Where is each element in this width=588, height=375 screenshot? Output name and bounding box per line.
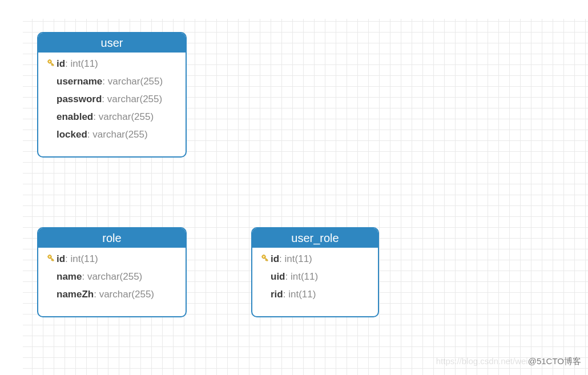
column-row[interactable]: username: varchar(255) (38, 72, 186, 90)
entity-user[interactable]: user id: int(11) username: varchar(255) … (37, 32, 187, 158)
column-text: name: varchar(255) (57, 271, 142, 283)
column-row[interactable]: id: int(11) (38, 55, 186, 72)
entity-user-role-columns: id: int(11) uid: int(11) rid: int(11) (252, 248, 378, 307)
column-text: enabled: varchar(255) (57, 111, 154, 123)
column-row[interactable]: password: varchar(255) (38, 90, 186, 108)
column-text: id: int(11) (271, 253, 312, 265)
column-row[interactable]: id: int(11) (38, 250, 186, 268)
column-row[interactable]: id: int(11) (252, 250, 378, 268)
entity-user-role[interactable]: user_role id: int(11) uid: int(11) rid: … (251, 227, 379, 317)
diagram-canvas[interactable]: user id: int(11) username: varchar(255) … (0, 0, 588, 375)
entity-user-columns: id: int(11) username: varchar(255) passw… (38, 53, 186, 147)
column-row[interactable]: name: varchar(255) (38, 268, 186, 285)
entity-role-title: role (38, 228, 186, 248)
column-text: locked: varchar(255) (57, 129, 148, 140)
primary-key-icon (43, 254, 57, 264)
column-text: rid: int(11) (271, 289, 316, 300)
entity-role-columns: id: int(11) name: varchar(255) nameZh: v… (38, 248, 186, 307)
column-row[interactable]: locked: varchar(255) (38, 126, 186, 143)
entity-user-role-title: user_role (252, 228, 378, 248)
entity-role[interactable]: role id: int(11) name: varchar(255) name… (37, 227, 187, 317)
watermark: https://blog.csdn.net/wei@51CTO博客 (436, 356, 581, 367)
column-row[interactable]: uid: int(11) (252, 268, 378, 285)
column-row[interactable]: nameZh: varchar(255) (38, 285, 186, 303)
watermark-faint: https://blog.csdn.net/wei (436, 356, 528, 366)
column-text: id: int(11) (57, 253, 98, 265)
primary-key-icon (43, 59, 57, 69)
watermark-strong: @51CTO博客 (528, 356, 581, 366)
column-row[interactable]: rid: int(11) (252, 285, 378, 303)
column-text: username: varchar(255) (57, 76, 163, 87)
column-text: id: int(11) (57, 58, 98, 70)
column-text: nameZh: varchar(255) (57, 289, 154, 300)
column-text: uid: int(11) (271, 271, 318, 283)
primary-key-icon (257, 254, 271, 264)
column-text: password: varchar(255) (57, 94, 162, 105)
entity-user-title: user (38, 33, 186, 53)
column-row[interactable]: enabled: varchar(255) (38, 108, 186, 126)
